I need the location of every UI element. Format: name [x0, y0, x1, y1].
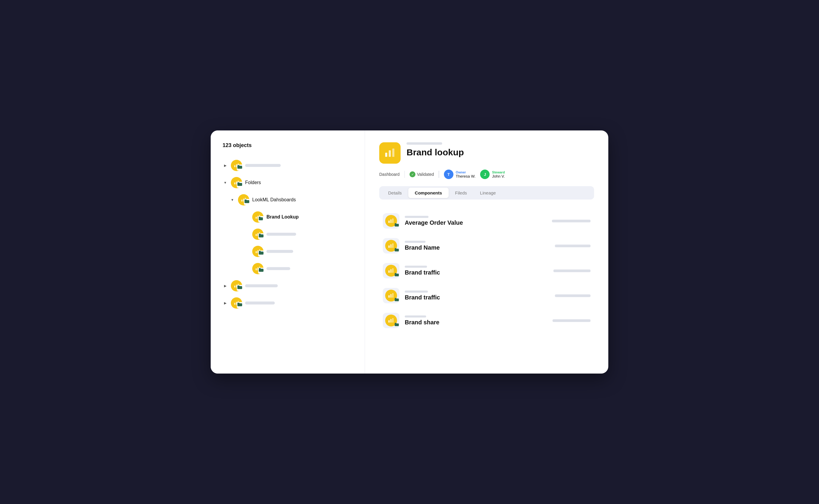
lookml-label: LookML Dahsboards — [252, 197, 296, 202]
chevron-right-icon[interactable]: ▶ — [223, 300, 228, 306]
folder-icon — [238, 182, 242, 186]
svg-rect-19 — [259, 217, 261, 218]
folder-badge — [237, 182, 243, 188]
comp-sub-bar — [405, 241, 426, 243]
right-panel: Brand lookup Dashboard ✓ Validated T Own… — [365, 130, 608, 374]
tree-item: ▶ — [223, 294, 358, 312]
svg-rect-56 — [395, 249, 399, 251]
validated-label: Validated — [417, 172, 434, 177]
svg-rect-67 — [395, 298, 396, 299]
svg-rect-29 — [259, 251, 261, 252]
tree-item[interactable] — [223, 243, 358, 260]
item-icon — [231, 280, 242, 291]
item-icon — [252, 211, 264, 223]
svg-rect-46 — [389, 150, 391, 157]
component-item[interactable]: Brand traffic — [379, 284, 594, 307]
folder-icon — [259, 251, 264, 255]
steward-name: John V. — [492, 174, 505, 178]
comp-name: Average Order Value — [405, 219, 546, 226]
label-bar — [267, 233, 296, 236]
svg-rect-24 — [259, 234, 261, 235]
folder-icon — [259, 268, 264, 272]
svg-rect-66 — [395, 299, 399, 301]
comp-sub-bar — [405, 291, 428, 293]
tab-lineage[interactable]: Lineage — [474, 188, 502, 198]
comp-folder-badge — [395, 248, 399, 253]
tabs-row: Details Components Fileds Lineage — [379, 186, 594, 200]
svg-rect-0 — [235, 165, 235, 167]
main-card: 123 objects ▶ — [211, 130, 608, 374]
svg-rect-9 — [238, 182, 240, 184]
comp-chart-icon — [388, 243, 394, 249]
svg-rect-23 — [259, 234, 264, 237]
comp-sub-bar — [405, 315, 426, 318]
comp-text: Average Order Value — [405, 216, 546, 226]
detail-title: Brand lookup — [407, 147, 594, 158]
item-icon — [252, 229, 264, 240]
tab-fileds[interactable]: Fileds — [449, 188, 474, 198]
owner-section: T Owner Theresa W. — [444, 170, 475, 179]
label-bar — [245, 164, 281, 167]
comp-folder-badge — [395, 322, 399, 328]
comp-folder-badge — [395, 272, 399, 278]
tree-item-brand-lookup[interactable]: Brand Lookup — [223, 208, 358, 226]
comp-right-bar — [552, 319, 590, 322]
folder-badge — [237, 285, 243, 291]
owner-block: Owner Theresa W. — [456, 170, 475, 178]
comp-name: Brand Name — [405, 244, 549, 251]
folder-icon — [238, 302, 242, 307]
components-list: Average Order Value — [379, 209, 594, 332]
svg-rect-4 — [238, 165, 240, 166]
folder-badge — [258, 216, 264, 222]
meta-type: Dashboard — [379, 172, 400, 177]
tab-components[interactable]: Components — [408, 188, 449, 198]
tree-item: ▶ — [223, 277, 358, 294]
component-item[interactable]: Average Order Value — [379, 209, 594, 233]
detail-header: Brand lookup — [379, 142, 594, 164]
folder-icon — [259, 216, 264, 221]
comp-folder-icon — [395, 223, 399, 227]
svg-rect-61 — [395, 274, 399, 276]
svg-rect-28 — [259, 251, 264, 254]
folder-badge — [258, 268, 264, 274]
chevron-right-icon[interactable]: ▶ — [223, 163, 228, 168]
tree-item[interactable] — [223, 260, 358, 277]
comp-text: Brand share — [405, 315, 547, 326]
component-item[interactable]: Brand share — [379, 309, 594, 332]
chevron-right-icon[interactable]: ▶ — [223, 283, 228, 288]
folder-badge — [258, 233, 264, 239]
meta-row: Dashboard ✓ Validated T Owner Theresa W.… — [379, 170, 594, 179]
tab-details[interactable]: Details — [382, 188, 408, 198]
component-item[interactable]: Brand Name — [379, 234, 594, 258]
svg-rect-64 — [391, 294, 392, 298]
detail-header-text: Brand lookup — [407, 142, 594, 158]
svg-rect-33 — [259, 269, 264, 272]
comp-icon-wrap — [383, 313, 399, 328]
divider — [439, 171, 439, 178]
item-icon — [231, 160, 242, 171]
owner-name: Theresa W. — [456, 174, 475, 178]
label-bar — [267, 267, 290, 270]
svg-rect-63 — [388, 295, 390, 298]
folder-icon — [259, 234, 264, 238]
folder-icon — [238, 165, 242, 169]
svg-rect-69 — [391, 319, 392, 323]
folder-badge — [258, 251, 264, 256]
chevron-down-icon[interactable]: ▼ — [223, 180, 228, 185]
comp-right-bar — [552, 220, 590, 222]
objects-count: 123 objects — [223, 142, 358, 149]
subtitle-bar — [407, 142, 442, 145]
comp-folder-icon — [395, 273, 399, 277]
svg-rect-45 — [385, 153, 387, 157]
tree-item-lookml: ▼ LookML Dahsboards — [223, 191, 358, 208]
item-icon — [252, 263, 264, 274]
svg-rect-50 — [392, 218, 393, 223]
comp-icon-wrap — [383, 238, 399, 253]
comp-icon-wrap — [383, 213, 399, 229]
chevron-down-icon[interactable]: ▼ — [230, 197, 235, 202]
tree-item[interactable] — [223, 226, 358, 243]
component-item[interactable]: Brand traffic — [379, 259, 594, 283]
svg-rect-25 — [256, 251, 257, 253]
svg-rect-70 — [392, 318, 393, 323]
svg-rect-48 — [388, 221, 390, 223]
